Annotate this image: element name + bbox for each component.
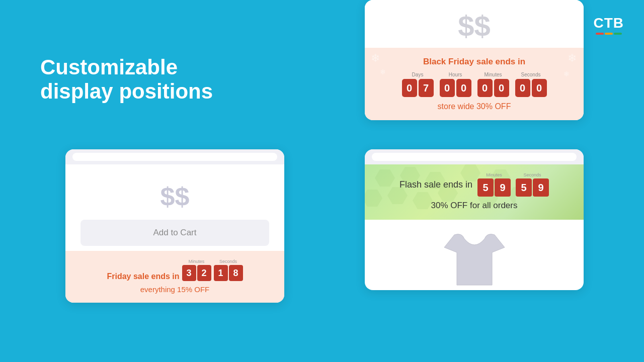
heading-line1: Customizable [40,55,213,79]
svg-marker-9 [413,192,433,209]
heading-line2: display positions [40,79,213,104]
add-to-cart-button[interactable]: Add to Cart [80,220,269,246]
bottom-left-banner: Friday sale ends in Minutes 3 2 Seconds … [65,251,284,303]
min-digit-0-tr: 0 [477,79,493,97]
mock-url-bar-bl [72,153,277,161]
br-sec-d0: 5 [516,178,532,197]
sec-digit-1-tr: 0 [532,79,547,97]
minutes-digits-tr: 0 0 [477,79,509,97]
bl-seconds-group: Seconds 1 8 [214,259,243,281]
bottom-left-timer-outer: Friday sale ends in Minutes 3 2 Seconds … [107,259,243,281]
seconds-label-tr: Seconds [521,72,541,77]
svg-marker-0 [375,169,395,187]
minutes-label-tr: Minutes [484,72,502,77]
main-heading: Customizable display positions [40,55,213,104]
snowflake-2: ❄ [380,68,386,76]
bottom-left-content: $$ Add to Cart [65,164,284,251]
mock-url-bar-br [372,153,577,161]
bottom-left-price-area: $$ [80,174,269,217]
br-seconds-label: Seconds [524,172,541,177]
top-right-card: $$ ❄ ❄ ❄ ❄ Black Friday sale ends in Day… [365,0,584,120]
snowflake-1: ❄ [371,52,380,65]
tshirt-icon [439,230,510,290]
timer-group-seconds-tr: Seconds 0 0 [515,72,547,97]
hour-digit-1: 0 [456,79,471,97]
br-seconds-digits: 5 9 [516,178,549,197]
seconds-digits-tr: 0 0 [515,79,547,97]
bl-seconds-label: Seconds [219,259,237,264]
bottom-left-url-bar-row [65,149,284,164]
top-right-price: $$ [458,9,491,43]
bottom-left-price: $$ [160,182,190,212]
ctb-logo-bar [596,33,622,35]
timer-group-hours: Hours 0 0 [440,72,471,97]
br-seconds-group: Seconds 5 9 [516,172,549,197]
ctb-bar-orange [605,33,613,35]
bl-min-d1: 2 [197,265,211,281]
bottom-left-card: $$ Add to Cart Friday sale ends in Minut… [65,149,284,303]
timer-group-minutes: Minutes 0 0 [477,72,509,97]
svg-marker-7 [365,190,382,207]
ctb-logo: CTB [593,15,624,35]
br-minutes-label: Minutes [486,172,502,177]
snowflake-3: ❄ [568,52,577,65]
top-right-off-text: store wide 30% OFF [438,102,511,111]
days-label: Days [412,72,424,77]
tshirt-area [365,220,584,290]
br-minutes-digits: 5 9 [477,178,511,197]
bottom-right-url-bar-row [365,149,584,164]
days-digits: 0 7 [402,79,434,97]
br-min-d0: 5 [477,178,494,197]
day-digit-1: 7 [419,79,434,97]
timer-group-days: Days 0 7 [402,72,434,97]
sec-digit-0-tr: 0 [515,79,530,97]
hours-label: Hours [449,72,462,77]
min-digit-1-tr: 0 [494,79,509,97]
bl-sec-d1: 8 [229,265,243,281]
bl-min-d0: 3 [182,265,196,281]
hour-digit-0: 0 [440,79,455,97]
ctb-logo-text: CTB [593,15,624,31]
bl-minutes-digits: 3 2 [182,265,211,281]
br-min-d1: 9 [495,178,511,197]
bl-seconds-digits: 1 8 [214,265,243,281]
br-minutes-group: Minutes 5 9 [477,172,511,197]
svg-marker-1 [400,167,420,184]
bottom-right-card: Flash sale ends in Minutes 5 9 Seconds 5… [365,149,584,290]
top-right-timer-row: Days 0 7 Hours 0 0 Minutes 0 0 [402,72,547,97]
bl-minutes-group: Minutes 3 2 [182,259,211,281]
day-digit-0: 0 [402,79,417,97]
bl-sec-d0: 1 [214,265,228,281]
ctb-bar-green [614,33,622,35]
top-right-banner: ❄ ❄ ❄ ❄ Black Friday sale ends in Days 0… [365,48,584,120]
ctb-bar-red [596,33,604,35]
top-right-price-area: $$ [365,0,584,48]
bottom-left-sale-text: Friday sale ends in [107,272,179,281]
bottom-right-banner: Flash sale ends in Minutes 5 9 Seconds 5… [365,164,584,220]
bl-minutes-label: Minutes [189,259,205,264]
br-sec-d1: 9 [533,178,549,197]
svg-marker-8 [387,187,408,204]
bottom-left-off-text: everything 15% OFF [140,285,210,294]
top-right-sale-text: Black Friday sale ends in [423,57,525,67]
hours-digits: 0 0 [440,79,471,97]
snowflake-4: ❄ [564,70,570,78]
